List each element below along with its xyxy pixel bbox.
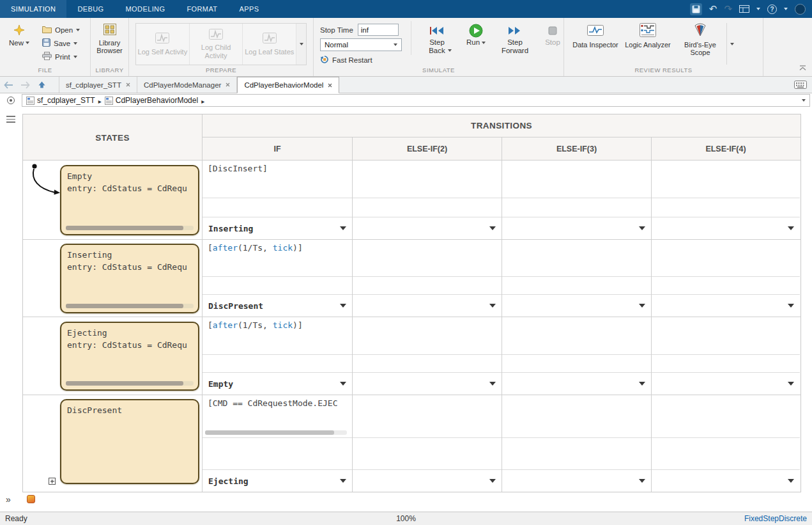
save-icon[interactable]	[690, 3, 702, 15]
destination-cell[interactable]	[353, 373, 502, 395]
action-cell[interactable]	[203, 277, 352, 295]
destination-cell[interactable]	[502, 373, 651, 395]
stop-time-input[interactable]	[358, 24, 399, 36]
states-cell[interactable]: Inserting entry: CdStatus = CdRequ	[23, 240, 203, 317]
log-child-activity-button[interactable]: Log Child Activity	[190, 24, 243, 65]
state-hscrollbar[interactable]	[66, 226, 194, 230]
panel-handle-icon[interactable]	[6, 116, 15, 125]
condition-cell[interactable]: [after(1/Ts, tick)]	[203, 317, 352, 355]
tab-format[interactable]: FORMAT	[176, 0, 228, 18]
step-forward-button[interactable]: Step Forward	[498, 23, 532, 55]
open-button[interactable]: Open	[40, 23, 82, 36]
condition-cell[interactable]	[502, 395, 651, 438]
gallery-expand-button[interactable]	[726, 23, 737, 65]
doc-tab-sf-cdplayer-stt[interactable]: sf_cdplayer_STT	[59, 77, 137, 93]
default-transition-arrow[interactable]	[23, 161, 63, 198]
fast-restart-toggle[interactable]: Fast Restart	[320, 55, 402, 65]
log-leaf-states-button[interactable]: Log Leaf States	[243, 24, 296, 65]
states-cell[interactable]: Ejecting entry: CdStatus = CdRequ	[23, 317, 203, 395]
destination-cell[interactable]: Ejecting	[203, 470, 352, 492]
action-cell[interactable]	[353, 438, 502, 470]
chevron-down-icon[interactable]	[788, 479, 794, 483]
state-box[interactable]: Inserting entry: CdStatus = CdRequ	[60, 244, 199, 313]
state-hscrollbar[interactable]	[66, 304, 194, 308]
action-cell[interactable]	[502, 198, 651, 217]
action-cell[interactable]	[353, 198, 502, 217]
chevron-down-icon[interactable]	[788, 226, 794, 230]
destination-cell[interactable]: DiscPresent	[203, 295, 352, 317]
new-button[interactable]: New	[5, 21, 33, 47]
action-cell[interactable]	[203, 198, 352, 217]
condition-cell[interactable]	[353, 317, 502, 355]
step-back-button[interactable]: Step Back	[420, 23, 454, 55]
explorer-toggle-icon[interactable]	[7, 97, 15, 104]
tab-modeling[interactable]: MODELING	[115, 0, 176, 18]
condition-cell[interactable]	[652, 240, 800, 277]
up-button[interactable]	[33, 77, 50, 93]
account-icon[interactable]	[795, 4, 806, 15]
chevron-down-icon[interactable]	[639, 382, 645, 386]
condition-cell[interactable]	[652, 161, 800, 198]
breadcrumb[interactable]: sf_cdplayer_STT CdPlayerBehaviorModel	[22, 94, 810, 107]
print-button[interactable]: Print	[40, 50, 82, 63]
breadcrumb-item-current[interactable]: CdPlayerBehaviorModel	[105, 96, 198, 105]
condition-cell[interactable]: [DiscInsert]	[203, 161, 352, 198]
condition-cell[interactable]	[652, 395, 800, 438]
forward-button[interactable]	[17, 77, 33, 93]
gallery-expand-button[interactable]	[296, 24, 306, 65]
tab-debug[interactable]: DEBUG	[66, 0, 114, 18]
destination-cell[interactable]: Empty	[203, 373, 352, 395]
state-box[interactable]: Ejecting entry: CdStatus = CdRequ	[60, 322, 199, 391]
birds-eye-scope-button[interactable]: Bird's-Eye Scope	[674, 21, 726, 57]
condition-cell[interactable]: [CMD == CdRequestMode.EJEC	[203, 395, 352, 438]
chevron-down-icon[interactable]	[489, 304, 496, 308]
action-cell[interactable]	[502, 438, 651, 470]
condition-cell[interactable]	[502, 240, 651, 277]
collapse-ribbon-button[interactable]	[799, 62, 806, 74]
library-browser-button[interactable]: Library Browser	[92, 22, 128, 55]
action-cell[interactable]	[652, 438, 800, 470]
chevron-down-icon[interactable]	[788, 382, 794, 386]
run-button[interactable]: Run	[462, 23, 490, 55]
state-box[interactable]: Empty entry: CdStatus = CdRequ	[60, 165, 199, 235]
undo-icon[interactable]	[709, 3, 717, 15]
chevron-down-icon[interactable]	[489, 479, 496, 483]
chevron-down-icon[interactable]	[639, 304, 645, 308]
chevron-down-icon[interactable]	[639, 226, 645, 230]
condition-hscrollbar[interactable]	[205, 430, 347, 435]
condition-cell[interactable]	[353, 240, 502, 277]
destination-cell[interactable]	[353, 217, 502, 239]
symbols-badge-icon[interactable]	[27, 495, 35, 503]
expand-row-button[interactable]	[49, 478, 56, 485]
chevron-down-icon[interactable]	[340, 226, 346, 230]
tab-simulation[interactable]: SIMULATION	[0, 0, 66, 18]
save-button[interactable]: Save	[40, 36, 82, 50]
expand-panel-button[interactable]	[6, 494, 11, 505]
states-cell[interactable]: Empty entry: CdStatus = CdRequ	[23, 161, 203, 239]
tab-apps[interactable]: APPS	[228, 0, 270, 18]
action-cell[interactable]	[203, 438, 352, 470]
layout-icon[interactable]	[739, 5, 749, 13]
condition-cell[interactable]	[502, 161, 651, 198]
destination-cell[interactable]	[652, 373, 800, 395]
action-cell[interactable]	[652, 355, 800, 373]
condition-cell[interactable]	[353, 395, 502, 438]
simulation-mode-select[interactable]: Normal	[320, 38, 402, 51]
logic-analyzer-button[interactable]: Logic Analyzer	[622, 21, 674, 49]
chevron-down-icon[interactable]	[756, 8, 760, 10]
chevron-down-icon[interactable]	[340, 479, 346, 483]
states-cell[interactable]: DiscPresent	[23, 395, 203, 492]
help-icon[interactable]	[767, 4, 777, 14]
chevron-down-icon[interactable]	[489, 226, 496, 230]
close-icon[interactable]	[328, 83, 332, 88]
action-cell[interactable]	[353, 355, 502, 373]
action-cell[interactable]	[652, 277, 800, 295]
doc-tab-cdplayerbehaviormodel[interactable]: CdPlayerBehaviorModel	[237, 77, 339, 93]
action-cell[interactable]	[652, 198, 800, 217]
action-cell[interactable]	[502, 277, 651, 295]
action-cell[interactable]	[502, 355, 651, 373]
destination-cell[interactable]	[652, 295, 800, 317]
destination-cell[interactable]: Inserting	[203, 217, 352, 239]
destination-cell[interactable]	[502, 295, 651, 317]
destination-cell[interactable]	[652, 470, 800, 492]
